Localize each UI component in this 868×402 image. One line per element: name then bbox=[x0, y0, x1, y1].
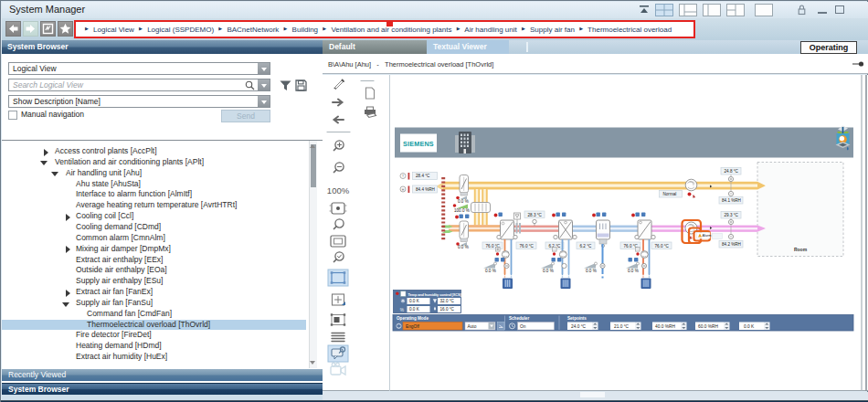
svg-text:0.0 %: 0.0 % bbox=[458, 245, 469, 249]
svg-text:Setpoints: Setpoints bbox=[567, 316, 587, 321]
svg-text:28.4 °C: 28.4 °C bbox=[416, 174, 430, 178]
svg-text:0.0 %: 0.0 % bbox=[543, 269, 554, 273]
svg-text:0.0 K: 0.0 K bbox=[409, 299, 420, 303]
svg-text:Operating Mode: Operating Mode bbox=[397, 316, 429, 321]
svg-text:SIEMENS: SIEMENS bbox=[403, 140, 434, 148]
svg-text:0.0 %: 0.0 % bbox=[586, 269, 597, 273]
svg-text:84.4 %RH: 84.4 %RH bbox=[416, 187, 435, 192]
svg-text:On: On bbox=[520, 324, 526, 329]
svg-text:%: % bbox=[400, 308, 405, 312]
svg-text:0.0 K: 0.0 K bbox=[409, 307, 420, 312]
svg-text:6.2 °C: 6.2 °C bbox=[580, 244, 592, 249]
svg-text:Normal: Normal bbox=[663, 192, 677, 196]
svg-text:0.0 %: 0.0 % bbox=[485, 269, 496, 273]
svg-text:84.2 %RH: 84.2 %RH bbox=[722, 242, 741, 247]
svg-text:Scheduler: Scheduler bbox=[509, 316, 529, 321]
svg-text:16.0 °C: 16.0 °C bbox=[440, 307, 455, 312]
svg-text:29.3 °C: 29.3 °C bbox=[725, 213, 739, 217]
svg-text:100%: 100% bbox=[327, 185, 350, 196]
svg-text:0.0 K: 0.0 K bbox=[744, 324, 755, 329]
svg-text:21.0 °C: 21.0 °C bbox=[614, 324, 630, 329]
svg-text:0.0 %: 0.0 % bbox=[628, 269, 639, 273]
svg-text:Room: Room bbox=[794, 247, 808, 252]
svg-text:100.0 %: 100.0 % bbox=[454, 208, 470, 213]
svg-text:24.0 °C: 24.0 °C bbox=[571, 324, 587, 329]
svg-text:28.3 °C: 28.3 °C bbox=[528, 213, 543, 217]
svg-text:76.0 °C: 76.0 °C bbox=[520, 244, 535, 249]
svg-text:Auto: Auto bbox=[468, 324, 477, 329]
svg-text:32.0 °C: 32.0 °C bbox=[440, 299, 455, 303]
svg-text:24.8 °C: 24.8 °C bbox=[725, 169, 739, 174]
svg-text:0.0 %: 0.0 % bbox=[458, 199, 469, 204]
svg-text:Temp and humidity control [XCS: Temp and humidity control [XCS] bbox=[408, 292, 462, 297]
svg-text:Alarm: Alarm bbox=[703, 234, 712, 238]
svg-text:84.1 %RH: 84.1 %RH bbox=[722, 198, 741, 203]
svg-text:40.0 %RH: 40.0 %RH bbox=[655, 324, 675, 329]
svg-text:60.0 %RH: 60.0 %RH bbox=[698, 324, 718, 329]
svg-text:76.0 °C: 76.0 °C bbox=[655, 244, 670, 249]
svg-text:EngOff: EngOff bbox=[406, 324, 420, 329]
